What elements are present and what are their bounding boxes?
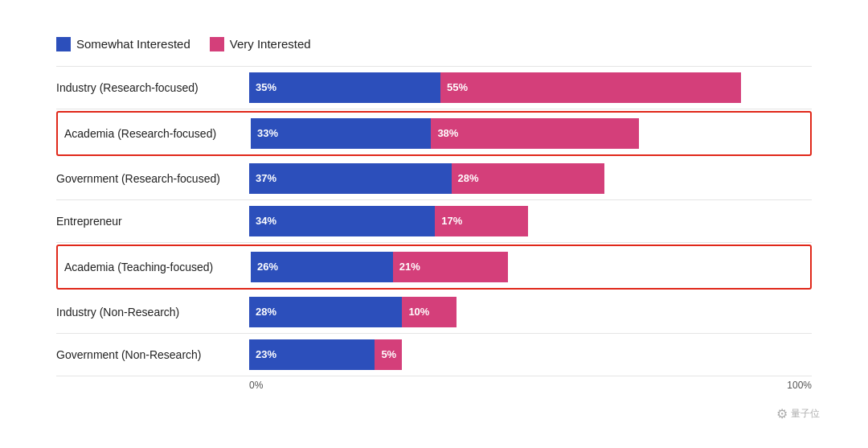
- bar-very-label-industry-research: 55%: [447, 81, 468, 93]
- bar-very-academia-research: 38%: [431, 118, 638, 149]
- row-label-industry-research: Industry (Research-focused): [56, 81, 249, 94]
- bar-very-label-government-nonresearch: 5%: [381, 348, 396, 360]
- bar-somewhat-government-nonresearch: 23%: [249, 339, 375, 370]
- bar-very-label-academia-research: 38%: [437, 127, 458, 139]
- bar-area-academia-teaching: 26% 21%: [251, 252, 810, 282]
- x-label-end: 100%: [787, 380, 812, 391]
- bar-very-label-entrepreneur: 17%: [441, 215, 462, 227]
- bar-very-industry-nonresearch: 10%: [402, 297, 457, 327]
- bar-very-label-government-research: 28%: [458, 172, 479, 184]
- bars-industry-research: 35% 55%: [249, 72, 741, 103]
- chart-legend: Somewhat Interested Very Interested: [56, 37, 812, 51]
- bar-somewhat-label-government-nonresearch: 23%: [256, 348, 276, 360]
- row-label-industry-nonresearch: Industry (Non-Research): [56, 306, 249, 319]
- bar-somewhat-label-academia-research: 33%: [257, 127, 278, 139]
- very-swatch: [210, 37, 224, 51]
- row-label-entrepreneur: Entrepreneur: [56, 215, 249, 228]
- bar-row-government-nonresearch: Government (Non-Research) 23% 5%: [56, 334, 812, 376]
- bar-row-government-research: Government (Research-focused) 37% 28%: [56, 158, 812, 200]
- bars-academia-teaching: 26% 21%: [251, 252, 508, 282]
- watermark: ⚙ 量子位: [776, 406, 820, 421]
- bar-somewhat-label-academia-teaching: 26%: [257, 261, 278, 273]
- bar-very-academia-teaching: 21%: [393, 252, 508, 282]
- watermark-symbol: ⚙: [776, 406, 788, 421]
- bar-area-academia-research: 33% 38%: [251, 118, 810, 149]
- bar-row-industry-nonresearch: Industry (Non-Research) 28% 10%: [56, 291, 812, 334]
- bars-government-research: 37% 28%: [249, 163, 604, 194]
- bar-somewhat-entrepreneur: 34%: [249, 206, 435, 236]
- legend-very: Very Interested: [210, 37, 311, 51]
- bar-area-government-research: 37% 28%: [249, 163, 812, 194]
- bar-very-entrepreneur: 17%: [435, 206, 528, 236]
- row-label-academia-teaching: Academia (Teaching-focused): [58, 261, 251, 273]
- watermark-text: 量子位: [791, 407, 820, 421]
- x-axis: 0% 100%: [249, 380, 812, 396]
- bar-rows: Industry (Research-focused) 35% 55% Acad…: [56, 66, 812, 376]
- bar-somewhat-industry-nonresearch: 28%: [249, 297, 402, 327]
- bar-row-academia-teaching: Academia (Teaching-focused) 26% 21%: [56, 245, 812, 290]
- chart-container: Somewhat Interested Very Interested Indu…: [40, 21, 828, 428]
- bar-row-academia-research: Academia (Research-focused) 33% 38%: [56, 111, 812, 156]
- bar-somewhat-label-government-research: 37%: [256, 172, 276, 184]
- legend-somewhat: Somewhat Interested: [56, 37, 190, 51]
- bar-somewhat-industry-research: 35%: [249, 72, 440, 103]
- bar-somewhat-label-entrepreneur: 34%: [256, 215, 276, 227]
- row-label-government-nonresearch: Government (Non-Research): [56, 348, 249, 361]
- bar-area-industry-nonresearch: 28% 10%: [249, 297, 812, 327]
- bar-very-label-industry-nonresearch: 10%: [408, 306, 429, 318]
- bar-somewhat-academia-teaching: 26%: [251, 252, 393, 282]
- row-label-academia-research: Academia (Research-focused): [58, 127, 251, 140]
- bar-very-government-nonresearch: 5%: [375, 339, 402, 370]
- row-label-government-research: Government (Research-focused): [56, 172, 249, 185]
- bars-industry-nonresearch: 28% 10%: [249, 297, 457, 327]
- bar-area-entrepreneur: 34% 17%: [249, 206, 812, 236]
- x-label-start: 0%: [249, 380, 263, 391]
- bars-government-nonresearch: 23% 5%: [249, 339, 402, 370]
- very-label: Very Interested: [230, 37, 311, 51]
- bar-very-industry-research: 55%: [440, 72, 741, 103]
- somewhat-label: Somewhat Interested: [76, 37, 190, 51]
- bar-very-label-academia-teaching: 21%: [399, 261, 420, 273]
- bar-row-industry-research: Industry (Research-focused) 35% 55%: [56, 66, 812, 109]
- bar-very-government-research: 28%: [452, 163, 604, 194]
- bars-academia-research: 33% 38%: [251, 118, 639, 149]
- bar-somewhat-government-research: 37%: [249, 163, 452, 194]
- bar-area-government-nonresearch: 23% 5%: [249, 339, 812, 370]
- bar-row-entrepreneur: Entrepreneur 34% 17%: [56, 200, 812, 243]
- somewhat-swatch: [56, 37, 71, 51]
- bar-somewhat-academia-research: 33%: [251, 118, 431, 149]
- bar-somewhat-label-industry-nonresearch: 28%: [256, 306, 276, 318]
- bars-entrepreneur: 34% 17%: [249, 206, 528, 236]
- bar-somewhat-label-industry-research: 35%: [256, 81, 276, 93]
- bar-area-industry-research: 35% 55%: [249, 72, 812, 103]
